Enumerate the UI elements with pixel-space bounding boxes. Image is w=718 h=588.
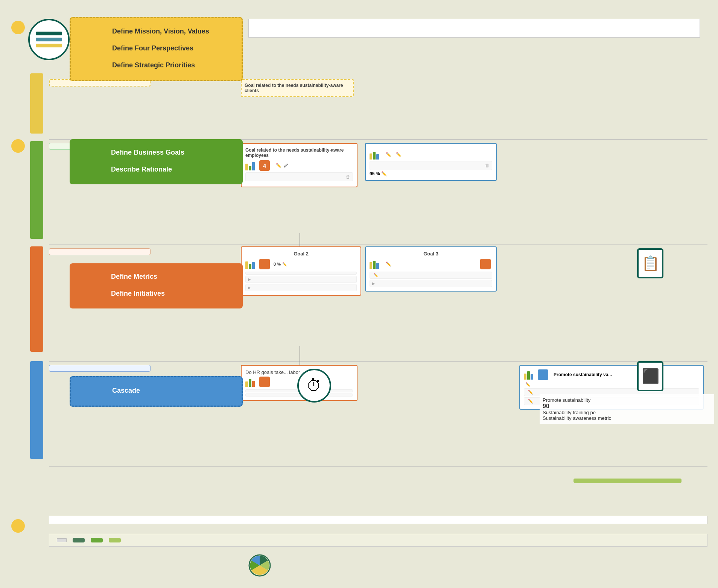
step-2-title: Define Four Perspectives <box>112 44 193 52</box>
sustainability-text-main: Promote sustainability <box>543 397 711 403</box>
goal-8-icon: ⬛ <box>637 361 663 391</box>
step-6-title: Define Metrics <box>111 273 157 281</box>
step-6-item: Define Metrics <box>81 273 231 282</box>
step-2-num <box>82 44 112 54</box>
goal-2-pencil: ✏️ <box>282 262 287 266</box>
step-7-title: Define Initiatives <box>111 290 165 298</box>
step-4-title: Define Business Goals <box>111 149 184 156</box>
step-5-item: Describe Rationale <box>81 166 231 175</box>
goal-3-init: ▶ <box>370 280 492 287</box>
theme-leading-badge <box>109 538 121 542</box>
step-8-item: Cascade <box>82 387 230 396</box>
sustainability-overlay: Promote sustainability 90 Sustainability… <box>540 394 714 424</box>
goal-2-num <box>259 259 270 269</box>
logo-bar-2 <box>36 38 62 41</box>
goal-3-title: Goal 3 <box>370 251 492 257</box>
bsc-logo <box>248 554 275 577</box>
goal-3-metric: ✏️ <box>370 272 492 279</box>
step-card-orange: Define Metrics Define Initiatives <box>70 263 243 308</box>
step-7-num <box>81 290 111 299</box>
step-8-num <box>82 387 112 396</box>
goal-reg-pct3: 95 % <box>370 171 380 176</box>
goal-2-init1: ▶ <box>245 276 357 283</box>
step-1-item: Define Mission, Vision, Values <box>82 27 230 37</box>
sustainability-awareness: Sustainability awareness metric <box>543 415 711 421</box>
goal-reg-chart <box>370 150 379 160</box>
step-5-title: Describe Rationale <box>111 166 172 173</box>
sustainability-pct: 90 <box>543 403 711 410</box>
goal-reg-pencil: ✏️ <box>386 152 391 157</box>
goal-6-title: Do HR goals take... labor <box>245 369 300 375</box>
step-1-title: Define Mission, Vision, Values <box>112 27 209 35</box>
goal-4-trash: 🗑 <box>346 174 350 179</box>
goal-4-box: Goal related to the needs sustainability… <box>241 143 357 187</box>
logo-bar-1 <box>36 32 62 35</box>
step-7-item: Define Initiatives <box>81 290 231 299</box>
title-bar <box>248 19 700 38</box>
goal-4-title: Goal related to the needs sustainability… <box>245 147 353 158</box>
step-5-num <box>81 166 111 175</box>
step-4-item: Define Business Goals <box>81 149 231 158</box>
goal-4-badge: 4 <box>259 160 270 171</box>
step-6-num <box>81 273 111 282</box>
theme-social-badge <box>73 538 85 542</box>
goal-reg-pencil2: ✏️ <box>396 152 402 157</box>
theme-economic-badge <box>91 538 103 542</box>
goal-2-pct1: 0 % <box>274 262 281 266</box>
goal-4-employee-sat <box>245 181 353 183</box>
finance-goal-left: Goal related to the needs sustainability… <box>241 79 354 97</box>
goal-reg-pencil3: ✏️ <box>381 171 387 176</box>
perspective-internal <box>30 246 43 352</box>
step-2-item: Define Four Perspectives <box>82 44 230 54</box>
perspective-finance <box>30 73 43 134</box>
divider-3 <box>49 361 707 362</box>
goal-8-num <box>538 369 548 380</box>
learning-text <box>49 365 151 372</box>
goal-4-chart <box>245 161 255 170</box>
goal-2-box: Goal 2 0 % ✏️ ▶ ▶ <box>241 246 361 296</box>
step-3-title: Define Strategic Priorities <box>112 61 195 69</box>
perspective-learning <box>30 361 43 459</box>
step-1-num <box>82 27 112 37</box>
goal-4-pencil: ✏️ <box>276 163 281 168</box>
step-card-green: Define Business Goals Describe Rationale <box>70 139 243 184</box>
step-number-3 <box>11 519 25 533</box>
conn-line-1 <box>300 233 300 248</box>
goal-2-metric <box>245 272 357 275</box>
goal-8-row1: ✏️ <box>524 382 699 387</box>
step-3-num <box>82 61 112 71</box>
goal-8-title: Promote sustainability va... <box>554 372 612 377</box>
lagging-indicator <box>57 538 67 542</box>
goal-reg-trash: 🗑 <box>485 163 490 168</box>
goal-3-box: Goal 3 ✏️ ✏️ ▶ <box>365 246 497 292</box>
goal-8-chart <box>524 370 533 380</box>
perspective-customer <box>30 141 43 239</box>
legend-bar <box>49 516 707 524</box>
step-8-title: Cascade <box>112 387 140 395</box>
goal-6-num <box>259 377 270 387</box>
legend-bar-2 <box>49 534 707 547</box>
step-card-blue: Cascade <box>70 376 243 407</box>
step-4-num <box>81 149 111 158</box>
logo-circle <box>28 19 70 60</box>
step-number-1 <box>11 21 25 34</box>
step-number-2 <box>11 139 25 153</box>
bsc-logo-svg <box>248 554 271 577</box>
sustainability-training: Sustainability training pe <box>543 410 711 415</box>
step-3-item: Define Strategic Priorities <box>82 61 230 71</box>
goal-6-gauge: ⏱ <box>297 369 331 403</box>
goal-2-chart <box>245 259 255 269</box>
goal-6-chart <box>245 377 255 387</box>
logo-bar-3 <box>36 44 62 47</box>
goal-3-chart <box>370 259 379 269</box>
conn-line-2 <box>300 346 300 367</box>
goal-4-pencil2: 🖊 <box>284 163 288 168</box>
divider-4 <box>49 466 707 467</box>
goal-7-icon: 📋 <box>637 248 663 278</box>
leading-indicator-badge <box>573 479 681 483</box>
internal-text <box>49 248 151 255</box>
goal-3-num <box>480 259 491 269</box>
step-card-yellow: Define Mission, Vision, Values Define Fo… <box>70 17 243 81</box>
goal-2-title: Goal 2 <box>245 251 357 257</box>
divider-2 <box>49 245 707 245</box>
